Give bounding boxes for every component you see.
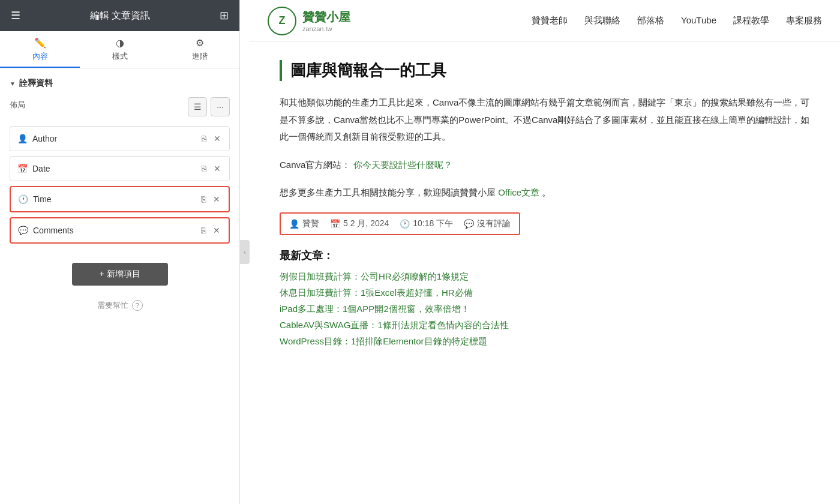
latest-articles-title: 最新文章： (280, 248, 816, 263)
logo-text: 贊贊小屋 zanzan.tw (302, 9, 350, 32)
date-actions: ⎘ ✕ (200, 163, 222, 175)
date-label: Date (32, 164, 200, 173)
panel-header: ☰ 編輯 文章資訊 ⊞ (0, 0, 239, 31)
meta-time-value: 10:18 下午 (413, 218, 453, 229)
author-icon: 👤 (17, 134, 28, 143)
canva-label: Canva官方網站： (280, 160, 350, 170)
time-copy-btn[interactable]: ⎘ (200, 193, 207, 205)
layout-row: 佈局 ☰ ··· (10, 97, 230, 116)
tab-content-label: 內容 (32, 51, 48, 62)
meta-item-time: 🕐 Time ⎘ ✕ (10, 186, 230, 212)
meta-comments-item: 💬 沒有評論 (464, 218, 511, 229)
body2-end: 。 (542, 187, 551, 197)
meta-author-icon: 👤 (289, 219, 299, 229)
layout-buttons: ☰ ··· (188, 97, 230, 116)
article-body-2: 想多更多生產力工具相關技能分享，歡迎閱讀贊贊小屋 Office文章 。 (280, 184, 816, 202)
nav-courses[interactable]: 課程教學 (733, 15, 769, 26)
panel-body: ▼ 詮釋資料 佈局 ☰ ··· 👤 Author ⎘ ✕ 📅 (0, 68, 239, 320)
meta-date-icon: 📅 (330, 219, 340, 229)
article-canva-link-row: Canva官方網站： 你今天要設計些什麼呢？ (280, 157, 816, 174)
nav-contact[interactable]: 與我聯絡 (584, 15, 620, 26)
style-icon: ◑ (116, 37, 124, 49)
comments-copy-btn[interactable]: ⎘ (200, 224, 207, 236)
meta-comments-value: 沒有評論 (477, 218, 511, 229)
nav-zanzan-teacher[interactable]: 贊贊老師 (532, 15, 568, 26)
site-nav: Z 贊贊小屋 zanzan.tw 贊贊老師 與我聯絡 部落格 YouTube 課… (250, 0, 840, 42)
tab-content[interactable]: ✏️ 內容 (0, 31, 80, 68)
time-delete-btn[interactable]: ✕ (212, 193, 221, 205)
grid-icon[interactable]: ⊞ (220, 9, 229, 22)
author-label: Author (32, 134, 200, 143)
date-icon: 📅 (17, 164, 28, 173)
add-item-button[interactable]: + 新增項目 (72, 263, 168, 286)
author-actions: ⎘ ✕ (200, 133, 222, 145)
panel-toggle[interactable]: ‹ (240, 240, 250, 264)
article-heading: 圖庫與簡報合一的工具 (280, 60, 816, 81)
list-item[interactable]: 休息日加班費計算：1張Excel表超好懂，HR必備 (280, 287, 816, 299)
hamburger-icon[interactable]: ☰ (11, 9, 20, 22)
tab-advanced-label: 進階 (192, 51, 208, 62)
section-header[interactable]: ▼ 詮釋資料 (10, 78, 230, 89)
comments-delete-btn[interactable]: ✕ (212, 224, 221, 236)
comments-icon: 💬 (18, 226, 28, 235)
list-item[interactable]: iPad多工處理：1個APP開2個視窗，效率倍增！ (280, 304, 816, 315)
tab-advanced[interactable]: ⚙ 進階 (160, 31, 239, 68)
meta-item-author: 👤 Author ⎘ ✕ (10, 126, 230, 151)
nav-blog[interactable]: 部落格 (637, 15, 664, 26)
meta-time-icon: 🕐 (400, 219, 410, 229)
meta-items-list: 👤 Author ⎘ ✕ 📅 Date ⎘ ✕ 🕐 Time (10, 126, 230, 244)
list-layout-btn[interactable]: ☰ (188, 97, 207, 116)
logo-icon: Z (268, 7, 296, 35)
list-item[interactable]: WordPress目錄：1招排除Elementor目錄的特定標題 (280, 336, 816, 347)
nav-links: 贊贊老師 與我聯絡 部落格 YouTube 課程教學 專案服務 (532, 15, 822, 26)
section-label: 詮釋資料 (19, 78, 53, 89)
comments-actions: ⎘ ✕ (200, 224, 221, 236)
list-item[interactable]: 例假日加班費計算：公司HR必須瞭解的1條規定 (280, 271, 816, 283)
meta-date-value: 5 2 月, 2024 (343, 218, 389, 229)
more-layout-btn[interactable]: ··· (211, 97, 230, 116)
tab-style[interactable]: ◑ 樣式 (80, 31, 160, 68)
date-copy-btn[interactable]: ⎘ (200, 163, 208, 175)
meta-item-comments: 💬 Comments ⎘ ✕ (10, 217, 230, 244)
right-panel: Z 贊贊小屋 zanzan.tw 贊贊老師 與我聯絡 部落格 YouTube 課… (250, 0, 840, 504)
meta-comments-icon: 💬 (464, 219, 474, 229)
body2-text: 想多更多生產力工具相關技能分享，歡迎閱讀贊贊小屋 (280, 187, 496, 197)
time-label: Time (33, 194, 200, 204)
panel-title: 編輯 文章資訊 (90, 10, 150, 22)
layout-label: 佈局 (10, 100, 25, 110)
help-row[interactable]: 需要幫忙 ? (10, 300, 230, 311)
content-area: 圖庫與簡報合一的工具 和其他類似功能的生產力工具比起來，Canva不像主流的圖庫… (250, 42, 840, 504)
meta-date-item: 📅 5 2 月, 2024 (330, 218, 389, 229)
left-panel: ☰ 編輯 文章資訊 ⊞ ✏️ 內容 ◑ 樣式 ⚙ 進階 ▼ 詮釋資料 佈局 ☰ … (0, 0, 240, 504)
logo-symbol: Z (279, 14, 286, 27)
time-actions: ⎘ ✕ (200, 193, 221, 205)
site-logo: Z 贊贊小屋 zanzan.tw (268, 7, 350, 35)
author-copy-btn[interactable]: ⎘ (200, 133, 208, 145)
meta-time-item: 🕐 10:18 下午 (400, 218, 453, 229)
meta-author-value: 贊贊 (302, 218, 319, 229)
time-icon: 🕐 (18, 194, 28, 204)
office-link[interactable]: Office文章 (498, 187, 539, 197)
meta-item-date: 📅 Date ⎘ ✕ (10, 156, 230, 181)
edit-icon: ✏️ (34, 37, 46, 49)
article-meta-bar: 👤 贊贊 📅 5 2 月, 2024 🕐 10:18 下午 💬 沒有評論 (280, 212, 520, 235)
canva-link[interactable]: 你今天要設計些什麼呢？ (353, 160, 452, 170)
gear-icon: ⚙ (196, 37, 204, 49)
date-delete-btn[interactable]: ✕ (212, 163, 222, 175)
meta-author-item: 👤 贊贊 (289, 218, 319, 229)
article-body-1: 和其他類似功能的生產力工具比起來，Canva不像主流的圖庫網站有幾乎篇文章範例而… (280, 94, 816, 146)
list-item[interactable]: CableAV與SWAG直播：1條刑法規定看色情內容的合法性 (280, 320, 816, 331)
tab-style-label: 樣式 (112, 51, 128, 62)
comments-label: Comments (33, 226, 200, 235)
nav-services[interactable]: 專案服務 (786, 15, 822, 26)
chevron-left-icon: ‹ (244, 249, 245, 256)
tabs-row: ✏️ 內容 ◑ 樣式 ⚙ 進階 (0, 31, 239, 68)
section-arrow: ▼ (10, 80, 16, 87)
logo-sub: zanzan.tw (302, 25, 350, 32)
author-delete-btn[interactable]: ✕ (212, 133, 222, 145)
logo-main: 贊贊小屋 (302, 9, 350, 25)
help-icon: ? (132, 300, 143, 311)
help-text: 需要幫忙 (97, 300, 128, 311)
nav-youtube[interactable]: YouTube (681, 15, 716, 26)
article-list: 例假日加班費計算：公司HR必須瞭解的1條規定 休息日加班費計算：1張Excel表… (280, 271, 816, 347)
